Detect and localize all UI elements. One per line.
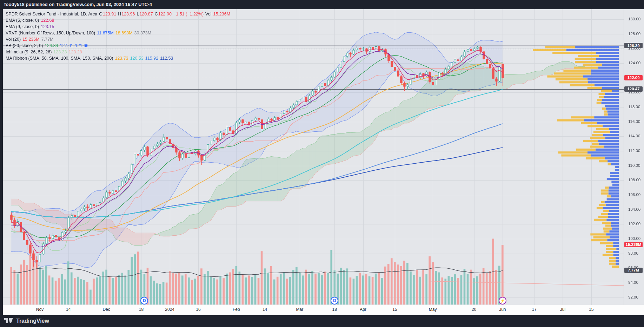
time-axis-label[interactable]: 16 bbox=[196, 307, 200, 312]
legend-ichimoku-row-part: 123.33 bbox=[53, 50, 67, 54]
price-axis-label[interactable]: 104.00 bbox=[628, 207, 644, 211]
legend-vol-row-part: Vol (20) bbox=[6, 37, 21, 42]
time-axis-label[interactable]: Feb bbox=[233, 307, 240, 312]
legend-ema5-row-part: 122.68 bbox=[41, 18, 54, 23]
legend-ema5-row[interactable]: EMA (5, close, 0)122.68 bbox=[6, 17, 232, 24]
last-price-badge: 122.00 bbox=[624, 75, 643, 80]
time-axis-label[interactable]: Dec bbox=[102, 307, 110, 312]
time-axis-label[interactable]: Nov bbox=[36, 307, 44, 312]
legend-ema9-row[interactable]: EMA (9, close, 0)123.15 bbox=[6, 24, 232, 30]
price-axis-label[interactable]: 108.00 bbox=[628, 178, 644, 182]
legend-ema5-row-part: EMA (5, close, 0) bbox=[6, 18, 39, 23]
price-axis-label[interactable]: 128.00 bbox=[628, 32, 644, 36]
legend-symbol-row[interactable]: SPDR Select Sector Fund - Industrial, 1D… bbox=[6, 11, 232, 17]
legend-symbol-row-part: L bbox=[137, 12, 139, 17]
time-axis-label[interactable]: 15 bbox=[589, 307, 593, 312]
low-line-badge: 120.47 bbox=[624, 86, 643, 92]
time-axis-label[interactable]: Jul bbox=[560, 307, 565, 312]
legend-ichimoku-row-part: Ichimoku (9, 26, 52, 26) bbox=[6, 50, 52, 54]
legend-vol-row-part: 7.77M bbox=[41, 37, 54, 42]
time-axis-strip[interactable] bbox=[0, 305, 644, 315]
legend-symbol-row-part: C bbox=[155, 12, 158, 17]
legend-vol-row-part: 15.236M bbox=[22, 37, 40, 42]
legend-ema9-row-part: EMA (9, close, 0) bbox=[6, 24, 39, 29]
legend-ma-ribbon-row-part: 123.73 bbox=[115, 56, 128, 61]
legend-vrvp-row-part: 30.373M bbox=[134, 31, 152, 35]
marker-dividend[interactable]: D bbox=[140, 297, 148, 305]
legend-symbol-row-part: O bbox=[99, 12, 102, 17]
legend-symbol-row-part: 15.236M bbox=[213, 12, 230, 17]
price-axis-label[interactable]: 112.00 bbox=[628, 149, 644, 153]
legend-ichimoku-row[interactable]: Ichimoku (9, 26, 52, 26)123.33123.28 bbox=[6, 49, 232, 55]
tradingview-published-chart: foody518 published on TradingView.com, J… bbox=[0, 0, 644, 327]
price-axis-label[interactable]: 114.00 bbox=[628, 134, 644, 138]
volume-ma-badge: 7.77M bbox=[624, 268, 643, 273]
publish-header: foody518 published on TradingView.com, J… bbox=[0, 0, 644, 9]
time-axis-label[interactable]: 14 bbox=[66, 307, 71, 312]
legend-symbol-row-part: Vol bbox=[205, 12, 211, 17]
time-axis-label[interactable]: 18 bbox=[332, 307, 337, 312]
price-axis-label[interactable]: 110.00 bbox=[628, 163, 644, 168]
legend-bb-row-part: 124.34 bbox=[45, 43, 58, 48]
footer-bar: TradingView bbox=[0, 315, 644, 327]
marker-dividend[interactable]: D bbox=[331, 297, 338, 305]
price-axis-label[interactable]: 118.00 bbox=[628, 105, 644, 109]
legend-symbol-row-part: 123.91 bbox=[103, 12, 116, 17]
legend-ma-ribbon-row-part: 115.92 bbox=[145, 56, 158, 61]
tradingview-brand[interactable]: TradingView bbox=[16, 318, 49, 324]
price-axis-label[interactable]: 100.00 bbox=[628, 236, 644, 241]
time-axis-label[interactable]: Mar bbox=[296, 307, 304, 312]
legend-vrvp-row-part: 11.675M bbox=[97, 31, 114, 35]
marker-event-lightning[interactable]: ⚡ bbox=[499, 297, 506, 305]
volume-badge: 15.236M bbox=[624, 242, 643, 247]
price-axis-label[interactable]: 130.00 bbox=[628, 17, 644, 21]
legend-bb-row-part: BB (20, close, 2, 0) bbox=[6, 43, 43, 48]
legend-bb-row-part: 121.66 bbox=[75, 43, 88, 48]
legend-ma-ribbon-row[interactable]: MA Ribbon (SMA, 50, SMA, 100, SMA, 150, … bbox=[6, 55, 232, 61]
legend-vrvp-row-part: 18.698M bbox=[115, 31, 133, 35]
legend-ichimoku-row-part: 123.28 bbox=[69, 50, 82, 54]
price-axis-label[interactable]: 102.00 bbox=[628, 222, 644, 226]
legend-vrvp-row-part: VRVP (Number Of Rows, 150, Up/Down, 100) bbox=[6, 31, 95, 35]
legend-ema9-row-part: 123.15 bbox=[41, 24, 54, 29]
legend-symbol-row-part: 123.96 bbox=[121, 12, 135, 17]
legend-symbol-row-part: H bbox=[118, 12, 121, 17]
time-axis-label[interactable]: 2024 bbox=[165, 307, 174, 312]
indicator-legend: SPDR Select Sector Fund - Industrial, 1D… bbox=[6, 11, 232, 61]
legend-ma-ribbon-row-part: 112.53 bbox=[160, 56, 173, 61]
legend-ma-ribbon-row-part: MA Ribbon (SMA, 50, SMA, 100, SMA, 150, … bbox=[6, 56, 113, 61]
price-axis-label[interactable]: 116.00 bbox=[628, 119, 644, 124]
legend-bb-row[interactable]: BB (20, close, 2, 0)124.34127.01121.66 bbox=[6, 42, 232, 49]
time-axis-label[interactable]: 15 bbox=[392, 307, 397, 312]
legend-symbol-row-part: SPDR Select Sector Fund - Industrial, 1D… bbox=[6, 12, 97, 17]
legend-bb-row-part: 127.01 bbox=[60, 43, 73, 48]
legend-symbol-row-part: 122.00 bbox=[158, 12, 172, 17]
time-axis-label[interactable]: 20 bbox=[472, 307, 476, 312]
price-axis-label[interactable]: 98.00 bbox=[628, 251, 644, 255]
time-axis-label[interactable]: 18 bbox=[139, 307, 144, 312]
price-axis-label[interactable]: 94.00 bbox=[628, 280, 644, 285]
price-axis-label[interactable]: 124.00 bbox=[628, 61, 644, 65]
legend-symbol-row-part: 120.87 bbox=[139, 12, 153, 17]
time-axis-label[interactable]: Apr bbox=[360, 307, 366, 312]
left-edge bbox=[0, 9, 3, 315]
legend-symbol-row-part: −1.51 (−1.22%) bbox=[173, 12, 204, 17]
time-axis-label[interactable]: 17 bbox=[532, 307, 536, 312]
time-axis-label[interactable]: 14 bbox=[263, 307, 267, 312]
legend-vrvp-row[interactable]: VRVP (Number Of Rows, 150, Up/Down, 100)… bbox=[6, 30, 232, 36]
tradingview-logo-icon[interactable] bbox=[4, 318, 13, 324]
time-axis-label[interactable]: May bbox=[429, 307, 437, 312]
time-axis-label[interactable]: Jun bbox=[499, 307, 506, 312]
legend-ma-ribbon-row-part: 120.53 bbox=[130, 56, 144, 61]
price-axis-label[interactable]: 92.00 bbox=[628, 295, 644, 299]
price-axis-label[interactable]: 106.00 bbox=[628, 192, 644, 197]
high-line-badge: 126.39 bbox=[624, 43, 643, 48]
legend-vol-row[interactable]: Vol (20)15.236M7.77M bbox=[6, 36, 232, 42]
